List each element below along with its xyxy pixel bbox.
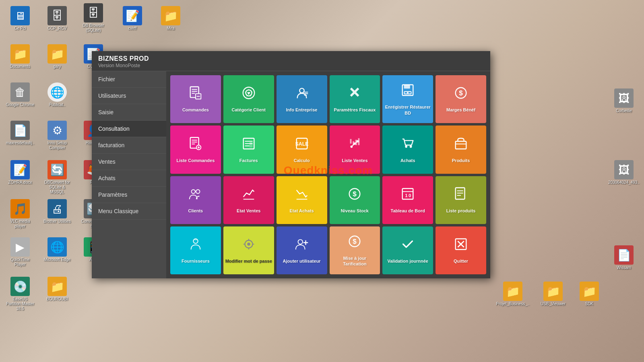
tile-etat-ventes[interactable]: Etat Ventes — [223, 176, 274, 224]
tile-tableau-de-bord[interactable]: 10 Tableau de Bord — [382, 176, 433, 224]
sidebar-item-achats[interactable]: Achats — [92, 170, 166, 187]
tile-achats[interactable]: Achats — [382, 125, 433, 173]
enregistrer-restaurer-label: Enrégistrer Réstaurer BD — [384, 104, 431, 116]
marges-benef-label: Marges Bénéf — [446, 107, 475, 113]
tile-clients[interactable]: Clients — [170, 176, 221, 224]
tile-quitter[interactable]: Quitter — [436, 226, 486, 274]
modifier-mot-passe-label: Modifier mot de passe — [225, 258, 272, 264]
marges-benef-icon: $ — [453, 85, 469, 105]
tile-enregistrer-restaurer[interactable]: Enrégistrer Réstaurer BD — [382, 75, 433, 123]
sidebar-item-consultation[interactable]: Consultation — [92, 121, 166, 137]
achats-icon — [400, 136, 415, 155]
sidebar-item-utilisateurs[interactable]: Utilisateurs — [92, 88, 166, 104]
svg-rect-14 — [404, 85, 410, 89]
clients-label: Clients — [188, 208, 203, 214]
achats-tile-label: Achats — [400, 158, 415, 163]
svg-point-68 — [298, 240, 302, 244]
produits-icon — [453, 136, 469, 155]
desktop-icon-203064024[interactable]: 🖼 203064024_493.. — [609, 160, 638, 185]
desktop-icon-sdk[interactable]: 📁 SDK — [575, 282, 604, 306]
parametres-fiscaux-label: Paramètres Fiscaux — [334, 107, 376, 113]
sidebar-item-parametres[interactable]: Paramètres — [92, 187, 166, 203]
etat-ventes-icon — [241, 186, 256, 206]
desktop-icon-documents[interactable]: 📁 Documents — [6, 44, 35, 69]
desktop-icon-wissam[interactable]: 📄 Wissam — [609, 245, 638, 270]
svg-text:0: 0 — [409, 193, 411, 198]
sidebar-item-saisie[interactable]: Saisie — [92, 104, 166, 121]
desktop-icon-db-browser[interactable]: 🗄 DB Browser (SQLite) — [79, 3, 108, 33]
desktop-icon-mira[interactable]: 📁 Mira — [156, 6, 185, 31]
tile-categorie-client[interactable]: ♥ Catégorie Client — [223, 75, 274, 123]
tableau-de-bord-icon: 10 — [400, 186, 415, 206]
desktop-icon-projet-business[interactable]: 📁 Projet_Business_.. — [498, 282, 527, 306]
desktop-icon-gary[interactable]: 📁 gary — [43, 44, 72, 69]
sidebar-item-ventes[interactable]: Ventes — [92, 154, 166, 170]
desktop-icon-ce-pci[interactable]: 🖥 Ce Pci — [6, 6, 35, 31]
tile-info-entreprise[interactable]: Info Entreprise — [277, 75, 327, 123]
modifier-mot-passe-icon — [241, 237, 256, 256]
desktop-icon-easeus[interactable]: 💿 EaseUS Partition Master 18.5 — [6, 277, 35, 311]
desktop-icon-bouroubi[interactable]: 📁 BOUROUBI — [43, 277, 72, 302]
tile-fournisseurs[interactable]: Fournisseurs — [170, 226, 221, 274]
svg-rect-41 — [358, 138, 360, 145]
svg-point-16 — [407, 92, 409, 94]
liste-commandes-label: Liste Commandes — [177, 158, 215, 163]
svg-point-42 — [405, 145, 408, 148]
desktop-icon-chrome[interactable]: 🌐 Publicat.. — [43, 82, 72, 107]
desktop-icon-maxres[interactable]: 📄 maxresdefaultj.. — [6, 121, 35, 146]
desktop-icon-cvirff[interactable]: 📝 cvirff — [118, 6, 147, 31]
tile-validation-journnee[interactable]: Validation journnée — [382, 226, 433, 274]
liste-ventes-label: Liste Ventes — [342, 158, 367, 163]
desktop-icon-corbeille[interactable]: 🗑 Google Chrome — [6, 82, 35, 107]
factures-label: Factures — [239, 158, 258, 163]
tile-ajouter-utilisateur[interactable]: Ajouter utilisateur — [277, 226, 327, 274]
app-subtitle: Version MonoPoste — [98, 63, 484, 68]
desktop-icon-usb-vieuwer[interactable]: 📁 USB_Vieuwer — [539, 282, 568, 306]
tile-produits[interactable]: Produits — [436, 125, 486, 173]
tile-calculo[interactable]: SALE Calculo — [277, 125, 327, 173]
tile-commandes[interactable]: Commandes — [170, 75, 221, 123]
factures-icon — [241, 136, 256, 155]
liste-produits-label: Liste produits — [446, 208, 476, 214]
svg-text:$: $ — [353, 190, 357, 198]
desktop-icon-ms-edge[interactable]: 🌐 Microsoft Edge — [43, 237, 72, 262]
clients-icon — [188, 186, 203, 206]
tile-factures[interactable]: Factures — [223, 125, 274, 173]
desktop-icon-zohra[interactable]: 📝 ZOHRA.docx — [6, 160, 35, 185]
tile-liste-commandes[interactable]: Liste Commandes — [170, 125, 221, 173]
tile-niveau-stock[interactable]: $ Niveau Stock — [330, 176, 380, 224]
desktop-icon-vlc[interactable]: 🎵 VLC media player — [6, 199, 35, 229]
svg-rect-52 — [402, 189, 413, 200]
svg-rect-44 — [456, 141, 466, 149]
svg-point-43 — [410, 145, 412, 148]
sidebar-item-menu-classique[interactable]: Menu Classique — [92, 203, 166, 220]
etat-achats-label: Etat Achats — [290, 208, 314, 214]
svg-rect-61 — [194, 239, 197, 241]
tile-parametres-fiscaux[interactable]: Paramètres Fiscaux — [330, 75, 380, 123]
quitter-icon — [453, 237, 469, 256]
mise-a-jour-tarification-label: Mise à jour Tarification — [331, 255, 379, 267]
desktop-icon-brother[interactable]: 🖨 Brother Utilities — [43, 199, 72, 224]
desktop-icon-quicktime[interactable]: ▶ QuickTime Player — [6, 237, 35, 267]
enregistrer-restaurer-icon — [400, 82, 415, 102]
etat-ventes-label: Etat Ventes — [237, 208, 260, 214]
calculo-label: Calculo — [294, 158, 310, 163]
info-entreprise-label: Info Entreprise — [286, 107, 318, 113]
sidebar-item-facturation[interactable]: facturation — [92, 137, 166, 154]
tile-liste-produits[interactable]: Liste produits — [436, 176, 486, 224]
desktop-icon-dbconvert[interactable]: 🔄 DBConvert for SQLite & MSSQL — [43, 160, 72, 195]
desktop-icon-inno-setup[interactable]: ⚙ Inno Setup Compiler — [43, 121, 72, 150]
liste-ventes-icon — [347, 136, 362, 155]
tile-etat-achats[interactable]: Etat Achats — [277, 176, 327, 224]
desktop-icon-physic12[interactable]: 🖼 Corbeille — [609, 88, 638, 113]
app-title: BIZNESS PROD — [98, 55, 484, 62]
desktop-icon-ccp-rcv[interactable]: 🗄 CCP_RCV — [43, 6, 72, 31]
tile-mise-a-jour-tarification[interactable]: $ Mise à jour Tarification — [330, 226, 380, 274]
tile-marges-benef[interactable]: $ Marges Bénéf — [436, 75, 486, 123]
tile-modifier-mot-passe[interactable]: Modifier mot de passe — [223, 226, 274, 274]
tile-liste-ventes[interactable]: Liste Ventes — [330, 125, 380, 173]
ajouter-utilisateur-icon — [294, 237, 310, 256]
sidebar-item-fichier[interactable]: Fichier — [92, 71, 166, 88]
validation-journnee-icon — [400, 237, 415, 256]
etat-achats-icon — [294, 186, 310, 206]
